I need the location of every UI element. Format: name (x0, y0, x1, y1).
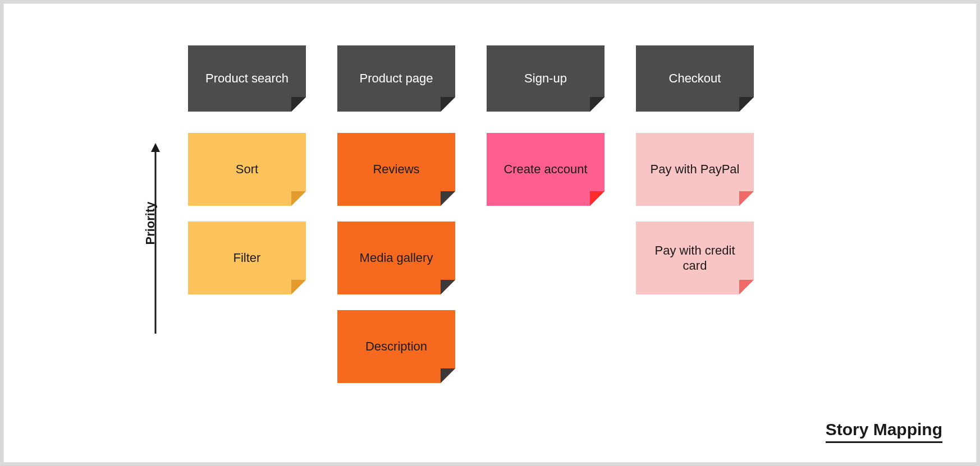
story-note-reviews[interactable]: Reviews (337, 133, 455, 206)
note-label: Product page (360, 71, 433, 86)
story-note-sort[interactable]: Sort (188, 133, 306, 206)
page-fold-icon (590, 191, 605, 206)
priority-axis-label: Priority (143, 201, 158, 244)
page-fold-icon (291, 97, 306, 112)
note-label: Product search (205, 71, 288, 86)
story-note-media-gallery[interactable]: Media gallery (337, 222, 455, 294)
page-fold-icon (739, 191, 754, 206)
story-note-filter[interactable]: Filter (188, 222, 306, 294)
note-label: Pay with credit card (646, 243, 744, 274)
page-fold-icon (739, 280, 754, 294)
page-fold-icon (739, 97, 754, 112)
page-fold-icon (441, 97, 455, 112)
note-label: Pay with PayPal (651, 162, 740, 177)
note-label: Create account (503, 162, 587, 177)
note-label: Filter (233, 250, 261, 266)
note-label: Description (365, 339, 427, 354)
svg-marker-1 (151, 143, 160, 152)
story-note-pay-with-credit-card[interactable]: Pay with credit card (636, 222, 754, 294)
page-fold-icon (441, 368, 455, 383)
story-note-create-account[interactable]: Create account (487, 133, 605, 206)
note-label: Reviews (373, 162, 419, 177)
activity-header-product-page[interactable]: Product page (337, 45, 455, 112)
note-label: Checkout (669, 71, 721, 86)
story-note-pay-with-paypal[interactable]: Pay with PayPal (636, 133, 754, 206)
note-label: Sign-up (524, 71, 567, 86)
page-fold-icon (590, 97, 605, 112)
page-fold-icon (291, 191, 306, 206)
activity-header-product-search[interactable]: Product search (188, 45, 306, 112)
activity-header-sign-up[interactable]: Sign-up (487, 45, 605, 112)
page-fold-icon (441, 280, 455, 294)
page-fold-icon (291, 280, 306, 294)
story-note-description[interactable]: Description (337, 310, 455, 383)
page-fold-icon (441, 191, 455, 206)
activity-header-checkout[interactable]: Checkout (636, 45, 754, 112)
note-label: Sort (236, 162, 258, 177)
diagram-title: Story Mapping (826, 420, 942, 443)
note-label: Media gallery (360, 250, 433, 266)
story-map-canvas: Priority Product search Sort Filter Prod… (3, 3, 977, 463)
